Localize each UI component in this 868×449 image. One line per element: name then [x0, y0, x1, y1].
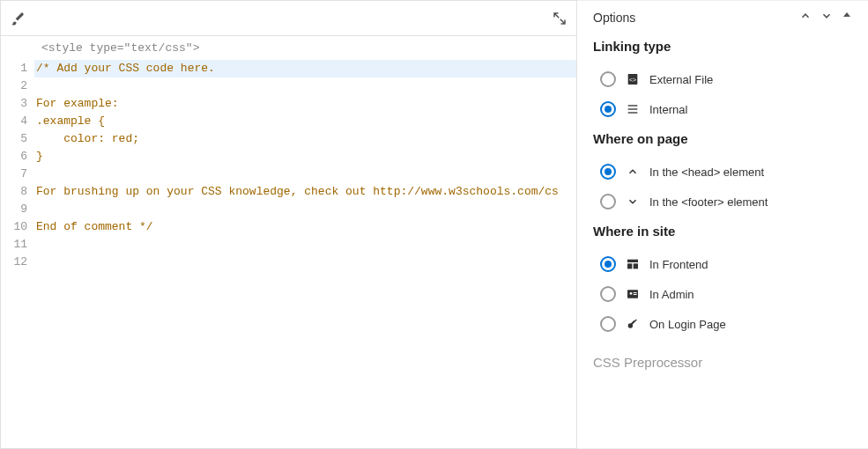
options-panel: Options Linking type <> External File In…: [577, 0, 868, 449]
radio-icon: [600, 101, 616, 117]
option-label: In the <head> element: [649, 166, 764, 179]
editor-body[interactable]: 123456789101112 /* Add your CSS code her…: [1, 60, 576, 448]
line-number: 6: [1, 148, 27, 166]
where-on-page-group: In the <head> element In the <footer> el…: [600, 157, 852, 217]
line-number: 2: [1, 77, 27, 95]
radio-icon: [600, 164, 616, 180]
option-label: On Login Page: [649, 318, 726, 331]
where-on-page-title: Where on page: [593, 131, 852, 146]
where-in-site-login[interactable]: On Login Page: [600, 309, 852, 339]
where-in-site-group: In Frontend In Admin On Login Page: [600, 249, 852, 339]
line-number: 11: [1, 236, 27, 254]
code-line[interactable]: /* Add your CSS code here.: [34, 60, 576, 77]
id-card-icon: [625, 287, 641, 301]
key-icon: [625, 317, 641, 331]
line-number: 9: [1, 201, 27, 218]
chevron-up-icon: [625, 166, 641, 178]
svg-rect-6: [627, 263, 632, 269]
option-label: In the <footer> element: [649, 195, 768, 209]
code-line[interactable]: .example {: [34, 113, 576, 130]
line-number: 3: [1, 95, 27, 113]
code-area[interactable]: /* Add your CSS code here.For example:.e…: [34, 60, 576, 448]
linking-type-external[interactable]: <> External File: [600, 64, 852, 94]
radio-icon: [600, 256, 616, 272]
radio-icon: [600, 194, 616, 210]
where-on-page-head[interactable]: In the <head> element: [600, 157, 852, 187]
svg-rect-5: [627, 260, 638, 262]
line-number: 5: [1, 130, 27, 148]
chevron-up-icon[interactable]: [799, 10, 812, 25]
preprocessor-title: CSS Preprocessor: [593, 355, 852, 370]
svg-rect-11: [634, 294, 637, 295]
line-number: 10: [1, 218, 27, 236]
layout-icon: [625, 257, 641, 271]
code-line[interactable]: For example:: [34, 95, 576, 113]
code-line[interactable]: [34, 254, 576, 271]
lines-icon: [625, 102, 641, 116]
svg-point-9: [630, 292, 633, 295]
where-in-site-frontend[interactable]: In Frontend: [600, 249, 852, 279]
editor-panel: <style type="text/css"> 123456789101112 …: [0, 0, 577, 449]
line-number: 4: [1, 113, 27, 130]
chevron-down-icon: [625, 195, 641, 208]
code-line[interactable]: [34, 77, 576, 95]
code-line[interactable]: [34, 166, 576, 183]
svg-rect-10: [634, 292, 637, 293]
svg-text:<>: <>: [629, 77, 636, 83]
option-label: In Frontend: [649, 258, 708, 271]
linking-type-title: Linking type: [593, 39, 852, 54]
brush-icon[interactable]: [10, 11, 26, 26]
radio-icon: [600, 71, 616, 87]
line-gutter: 123456789101112: [1, 60, 34, 448]
radio-icon: [600, 286, 616, 302]
caret-up-icon[interactable]: [842, 10, 852, 25]
linking-type-group: <> External File Internal: [600, 64, 852, 124]
chevron-down-icon[interactable]: [820, 10, 833, 25]
file-code-icon: <>: [625, 72, 641, 86]
editor-toolbar: [1, 1, 576, 36]
code-line[interactable]: End of comment */: [34, 218, 576, 236]
code-line[interactable]: For brushing up on your CSS knowledge, c…: [34, 183, 576, 201]
code-line[interactable]: color: red;: [34, 130, 576, 148]
where-in-site-title: Where in site: [593, 224, 852, 239]
option-label: In Admin: [649, 288, 694, 301]
svg-rect-13: [630, 320, 635, 326]
linking-type-internal[interactable]: Internal: [600, 94, 852, 124]
line-number: 7: [1, 166, 27, 183]
option-label: Internal: [649, 103, 687, 116]
options-controls: [799, 10, 852, 25]
line-number: 1: [1, 60, 27, 77]
options-header: Options: [593, 8, 852, 33]
option-label: External File: [649, 73, 713, 86]
editor-style-tag: <style type="text/css">: [1, 36, 576, 60]
where-on-page-footer[interactable]: In the <footer> element: [600, 187, 852, 217]
options-title: Options: [593, 11, 635, 25]
where-in-site-admin[interactable]: In Admin: [600, 279, 852, 309]
radio-icon: [600, 316, 616, 332]
line-number: 12: [1, 254, 27, 271]
code-line[interactable]: [34, 236, 576, 254]
code-line[interactable]: [34, 201, 576, 218]
line-number: 8: [1, 183, 27, 201]
fullscreen-icon[interactable]: [552, 11, 568, 26]
svg-rect-7: [634, 263, 638, 269]
code-line[interactable]: }: [34, 148, 576, 166]
